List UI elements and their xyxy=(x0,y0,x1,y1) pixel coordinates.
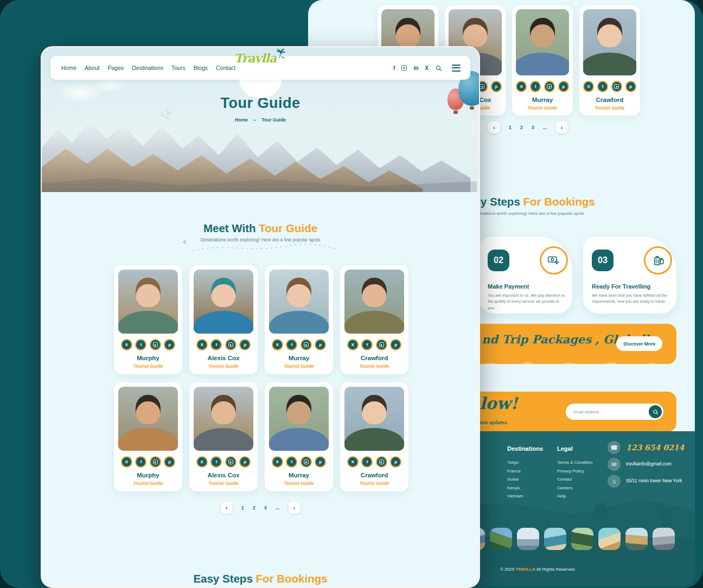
pinterest-icon[interactable]: p xyxy=(164,339,175,350)
discover-more-button[interactable]: Discover More xyxy=(616,336,662,351)
instagram-icon[interactable] xyxy=(376,339,387,350)
luggage-icon xyxy=(644,246,672,274)
pinterest-icon[interactable]: p xyxy=(558,81,569,92)
pagination-prev[interactable]: ‹ xyxy=(488,122,500,133)
x-icon[interactable]: X xyxy=(425,65,429,71)
instagram-icon[interactable] xyxy=(150,456,161,468)
footer-link[interactable]: Help xyxy=(557,494,592,498)
gallery-thumb-explorer[interactable] xyxy=(571,528,593,550)
facebook-icon[interactable]: f xyxy=(286,339,297,350)
gallery-thumb-hikers[interactable] xyxy=(490,528,512,550)
pinterest-icon[interactable]: p xyxy=(390,456,401,468)
footer-link[interactable]: Vietnam xyxy=(507,494,543,498)
palm-tree-icon xyxy=(276,47,286,60)
pagination-ellipsis[interactable]: ... xyxy=(543,125,547,130)
nav-link-pages[interactable]: Pages xyxy=(107,65,124,71)
pagination-page-2[interactable]: 2 xyxy=(253,505,255,510)
footer-link[interactable]: Tokyo xyxy=(507,460,543,465)
footer-link[interactable]: Terms & Condition xyxy=(557,460,592,465)
nav-link-home[interactable]: Home xyxy=(61,65,76,71)
step-title: Make Payment xyxy=(488,283,529,290)
x-icon[interactable]: X xyxy=(196,339,208,350)
instagram-icon[interactable] xyxy=(225,456,237,468)
linkedin-icon[interactable]: in xyxy=(413,65,418,71)
pagination-next[interactable]: › xyxy=(288,502,300,514)
guide-social-row: Xfp xyxy=(269,456,329,468)
instagram-icon[interactable] xyxy=(401,65,407,71)
pagination-page-1[interactable]: 1 xyxy=(509,125,512,130)
nav-link-about[interactable]: About xyxy=(85,65,99,71)
email-input[interactable] xyxy=(572,409,649,415)
facebook-icon[interactable]: f xyxy=(135,339,146,350)
pagination-prev[interactable]: ‹ xyxy=(221,502,233,514)
x-icon[interactable]: X xyxy=(347,339,359,350)
facebook-icon[interactable]: f xyxy=(210,456,222,468)
instagram-icon[interactable] xyxy=(301,456,312,468)
instagram-icon[interactable] xyxy=(301,339,312,350)
x-icon[interactable]: X xyxy=(121,339,132,350)
facebook-icon[interactable]: f xyxy=(210,339,222,350)
facebook-icon[interactable]: f xyxy=(530,81,541,92)
menu-icon[interactable] xyxy=(452,65,461,72)
footer-link[interactable]: Contact xyxy=(557,477,592,482)
gallery-thumb-beach-walk[interactable] xyxy=(598,528,621,550)
pagination-next[interactable]: › xyxy=(555,122,567,133)
pinterest-icon[interactable]: p xyxy=(239,339,251,350)
footer-link[interactable]: Careers xyxy=(557,485,592,490)
pagination-page-1[interactable]: 1 xyxy=(241,505,244,510)
instagram-icon[interactable] xyxy=(544,81,555,92)
pinterest-icon[interactable]: p xyxy=(625,81,636,92)
gallery-thumb-snow-resort[interactable] xyxy=(517,528,539,550)
pinterest-icon[interactable]: p xyxy=(164,456,175,468)
pagination-page-3[interactable]: 3 xyxy=(532,125,534,130)
pagination-page-2[interactable]: 2 xyxy=(520,125,523,130)
pinterest-icon[interactable]: p xyxy=(315,339,326,350)
nav-link-tours[interactable]: Tours xyxy=(171,65,186,71)
brand-logo[interactable]: Travlla xyxy=(234,51,286,65)
x-icon[interactable]: X xyxy=(196,456,208,468)
guide-photo xyxy=(118,270,178,334)
facebook-icon[interactable]: f xyxy=(286,456,297,468)
x-icon[interactable]: X xyxy=(121,456,132,468)
nav-link-blogs[interactable]: Blogs xyxy=(194,65,208,71)
pinterest-icon[interactable]: p xyxy=(315,456,326,468)
nav-link-destinations[interactable]: Destinations xyxy=(132,65,163,71)
steps-section-subtitle: Destinations worth exploring! Here are a… xyxy=(471,211,584,216)
gallery-thumb-backpackers[interactable] xyxy=(653,528,675,550)
instagram-icon[interactable] xyxy=(376,456,387,468)
guide-card: XfpAlexis CoxTourist Guide xyxy=(189,265,258,374)
nav-link-contact[interactable]: Contact xyxy=(216,65,235,71)
x-icon[interactable]: X xyxy=(272,339,283,350)
breadcrumb-home-link[interactable]: Home xyxy=(235,117,248,123)
subscribe-submit-button[interactable] xyxy=(649,405,662,418)
pagination-ellipsis[interactable]: ... xyxy=(276,505,280,510)
x-icon[interactable]: X xyxy=(272,456,283,468)
pagination-page-3[interactable]: 3 xyxy=(264,505,267,510)
facebook-icon[interactable]: f xyxy=(361,339,373,350)
guide-name: Murphy xyxy=(118,472,178,478)
pinterest-icon[interactable]: p xyxy=(491,81,502,92)
guide-name: Alexis Cox xyxy=(194,472,253,478)
pinterest-icon[interactable]: p xyxy=(239,456,251,468)
gallery-thumb-jungle-trek[interactable] xyxy=(625,528,648,550)
facebook-icon[interactable]: f xyxy=(597,81,608,92)
instagram-icon[interactable] xyxy=(611,81,622,92)
contact-text: travllainfo@gmail.com xyxy=(626,458,692,468)
gallery-thumb-sea-cliffs[interactable] xyxy=(544,528,566,550)
footer-link[interactable]: Privacy Policy xyxy=(557,469,592,474)
footer-contact: ☎123 654 0214✉travllainfo@gmail.com⌂55/1… xyxy=(608,441,692,491)
instagram-icon[interactable] xyxy=(150,339,161,350)
footer-link[interactable]: Dubai xyxy=(507,477,543,482)
facebook-icon[interactable]: f xyxy=(361,456,373,468)
instagram-icon[interactable] xyxy=(225,339,237,350)
search-icon[interactable] xyxy=(435,65,442,72)
facebook-icon[interactable]: f xyxy=(135,456,146,468)
footer-link[interactable]: Kenya xyxy=(507,485,543,490)
step-description: We have seen that you have fulfilled all… xyxy=(592,292,671,305)
facebook-icon[interactable]: f xyxy=(393,65,395,71)
x-icon[interactable]: X xyxy=(516,81,527,92)
footer-link[interactable]: France xyxy=(507,469,543,474)
x-icon[interactable]: X xyxy=(347,456,359,468)
pinterest-icon[interactable]: p xyxy=(390,339,401,350)
x-icon[interactable]: X xyxy=(583,81,594,92)
